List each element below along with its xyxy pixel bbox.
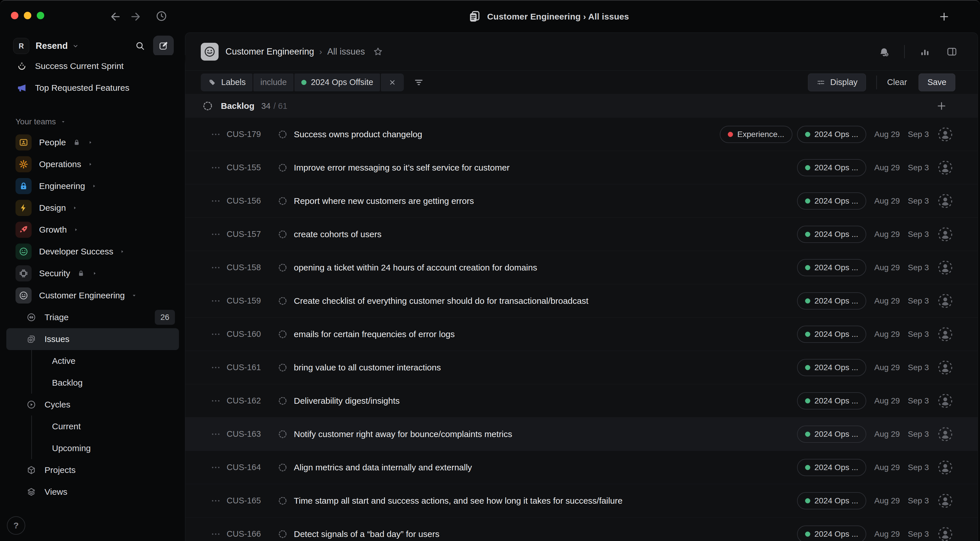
zoom-window-button[interactable]: [37, 12, 44, 19]
label-pill-2024-ops[interactable]: 2024 Ops ...: [797, 392, 867, 409]
issue-row-cus-164[interactable]: CUS-164 Align metrics and data internall…: [185, 451, 978, 484]
issue-row-cus-157[interactable]: CUS-157 create cohorts of users 2024 Ops…: [185, 218, 978, 251]
status-backlog-icon[interactable]: [277, 196, 288, 207]
assignee-avatar[interactable]: [937, 527, 953, 541]
status-backlog-icon[interactable]: [277, 162, 288, 173]
sidebar-team-growth[interactable]: Growth: [6, 219, 179, 241]
forward-button[interactable]: [129, 10, 142, 24]
sidebar-item-top-requested-features[interactable]: Top Requested Features: [6, 77, 179, 99]
assignee-avatar[interactable]: [937, 393, 953, 409]
minimize-window-button[interactable]: [24, 12, 31, 19]
label-pill-2024-ops[interactable]: 2024 Ops ...: [797, 259, 867, 276]
issue-row-cus-158[interactable]: CUS-158 opening a ticket within 24 hours…: [185, 251, 978, 284]
add-issue-plus-button[interactable]: [935, 100, 948, 112]
sidebar-item-projects[interactable]: Projects: [6, 459, 179, 481]
priority-icon[interactable]: [210, 195, 221, 207]
assignee-avatar[interactable]: [937, 360, 953, 375]
status-backlog-icon[interactable]: [277, 462, 288, 473]
favorite-star-icon[interactable]: [372, 45, 384, 58]
priority-icon[interactable]: [210, 295, 221, 307]
label-pill-2024-ops[interactable]: 2024 Ops ...: [797, 459, 867, 476]
priority-icon[interactable]: [210, 162, 221, 173]
issue-row-cus-163[interactable]: CUS-163 Notify customer right away for b…: [185, 417, 978, 451]
status-backlog-icon[interactable]: [277, 329, 288, 340]
assignee-avatar[interactable]: [937, 193, 953, 209]
issue-row-cus-161[interactable]: CUS-161 bring value to all customer inte…: [185, 351, 978, 384]
filter-value[interactable]: 2024 Ops Offsite: [294, 73, 380, 91]
sidebar-item-active[interactable]: Active: [6, 350, 179, 372]
label-pill-2024-ops[interactable]: 2024 Ops ...: [797, 292, 867, 310]
sidebar-team-engineering[interactable]: Engineering: [6, 175, 179, 197]
back-button[interactable]: [108, 10, 123, 24]
priority-icon[interactable]: [210, 328, 221, 340]
breadcrumb-team[interactable]: Customer Engineering: [226, 46, 314, 57]
side-panel-toggle-icon[interactable]: [945, 45, 959, 59]
workspace-switcher[interactable]: Resend: [36, 41, 68, 51]
assignee-avatar[interactable]: [937, 326, 953, 342]
priority-icon[interactable]: [210, 362, 221, 373]
sidebar-team-design[interactable]: Design: [6, 197, 179, 219]
status-backlog-icon[interactable]: [277, 296, 288, 306]
priority-icon[interactable]: [210, 262, 221, 274]
priority-icon[interactable]: [210, 495, 221, 506]
assignee-avatar[interactable]: [937, 160, 953, 175]
sidebar-item-issues[interactable]: Issues: [6, 328, 179, 350]
history-clock-icon[interactable]: [155, 10, 168, 22]
label-pill-2024-ops[interactable]: 2024 Ops ...: [797, 226, 867, 243]
issue-row-cus-155[interactable]: CUS-155 Improve error messaging so it’s …: [185, 151, 978, 185]
label-pill-2024-ops[interactable]: 2024 Ops ...: [797, 159, 867, 176]
filter-operator[interactable]: include: [253, 73, 294, 91]
issue-row-cus-179[interactable]: CUS-179 Success owns product changelog E…: [185, 118, 978, 151]
status-backlog-icon[interactable]: [277, 362, 288, 373]
label-pill-2024-ops[interactable]: 2024 Ops ...: [797, 426, 867, 443]
sidebar-item-cycles[interactable]: Cycles: [6, 394, 179, 415]
assignee-avatar[interactable]: [937, 426, 953, 442]
label-pill-2024-ops[interactable]: 2024 Ops ...: [797, 326, 867, 343]
sidebar-team-people[interactable]: People: [6, 132, 179, 153]
compose-issue-button[interactable]: [153, 36, 174, 56]
label-pill-2024-ops[interactable]: 2024 Ops ...: [797, 126, 867, 143]
issue-row-cus-160[interactable]: CUS-160 emails for certain frequencies o…: [185, 318, 978, 351]
clear-button[interactable]: Clear: [887, 78, 907, 87]
sidebar-item-backlog[interactable]: Backlog: [6, 372, 179, 394]
priority-icon[interactable]: [210, 395, 221, 407]
sidebar-team-developer-success[interactable]: Developer Success: [6, 241, 179, 263]
sidebar-team-customer-engineering[interactable]: Customer Engineering: [6, 285, 179, 306]
priority-icon[interactable]: [210, 229, 221, 240]
issue-row-cus-159[interactable]: CUS-159 Create checklist of everything c…: [185, 284, 978, 318]
help-button[interactable]: ?: [7, 516, 25, 535]
assignee-avatar[interactable]: [937, 293, 953, 309]
sidebar-team-operations[interactable]: Operations: [6, 153, 179, 175]
issue-row-cus-162[interactable]: CUS-162 Deliverability digest/insights 2…: [185, 384, 978, 417]
status-backlog-icon[interactable]: [277, 262, 288, 273]
new-tab-plus-button[interactable]: [937, 10, 951, 23]
assignee-avatar[interactable]: [937, 493, 953, 509]
assignee-avatar[interactable]: [937, 227, 953, 242]
add-filter-icon[interactable]: [412, 76, 425, 89]
sidebar-item-current[interactable]: Current: [6, 415, 179, 438]
breadcrumb-page[interactable]: All issues: [327, 46, 365, 57]
assignee-avatar[interactable]: [937, 260, 953, 275]
sidebar-item-upcoming[interactable]: Upcoming: [6, 438, 179, 459]
sidebar-item-triage[interactable]: Triage 26: [6, 306, 179, 328]
label-pill-2024-ops[interactable]: 2024 Ops ...: [797, 359, 867, 376]
priority-icon[interactable]: [210, 462, 221, 473]
notifications-bell-icon[interactable]: [877, 45, 891, 59]
assignee-avatar[interactable]: [937, 127, 953, 142]
save-button[interactable]: Save: [918, 73, 955, 91]
label-pill-2024-ops[interactable]: 2024 Ops ...: [797, 492, 867, 509]
status-backlog-icon[interactable]: [277, 495, 288, 506]
issue-row-cus-156[interactable]: CUS-156 Report where new customers are g…: [185, 185, 978, 218]
status-backlog-icon[interactable]: [277, 395, 288, 406]
label-pill-experience[interactable]: Experience...: [720, 126, 792, 143]
insights-chart-icon[interactable]: [918, 45, 932, 59]
status-backlog-icon[interactable]: [277, 229, 288, 240]
assignee-avatar[interactable]: [937, 460, 953, 475]
filter-field[interactable]: Labels: [201, 73, 253, 91]
priority-icon[interactable]: [210, 528, 221, 540]
search-icon[interactable]: [134, 39, 147, 53]
sidebar-item-success-current-sprint[interactable]: Success Current Sprint: [6, 55, 179, 77]
remove-filter-button[interactable]: [381, 73, 404, 91]
sidebar-item-views[interactable]: Views: [6, 481, 179, 503]
status-backlog-icon[interactable]: [277, 529, 288, 539]
